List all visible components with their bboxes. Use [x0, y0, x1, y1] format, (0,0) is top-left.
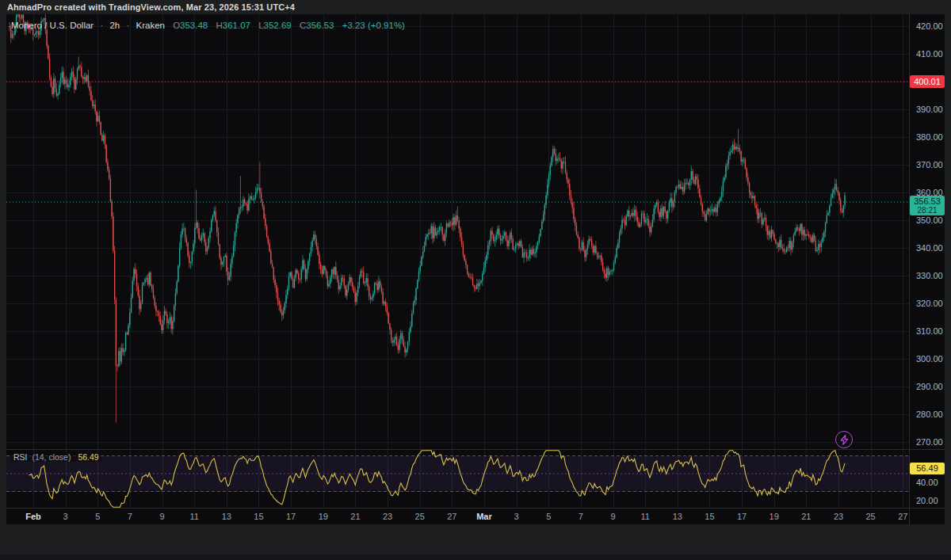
time-tick-label: 27: [447, 512, 456, 521]
quick-alert-button[interactable]: [835, 431, 853, 448]
open-value: 353.48: [180, 21, 208, 30]
rsi-axis-value-label: 56.49: [910, 463, 945, 474]
rsi-name: RSI: [13, 452, 28, 462]
price-tick-label: 330.00: [916, 271, 943, 280]
time-tick-label: Mar: [476, 512, 492, 521]
time-tick-label: 9: [159, 512, 164, 521]
time-tick-label: 23: [383, 512, 392, 521]
time-tick-label: 15: [705, 512, 714, 521]
time-tick-label: 5: [546, 512, 551, 521]
symbol-legend[interactable]: Monero / U.S. Dollar · 2h · Kraken O353.…: [11, 21, 405, 30]
time-tick-label: 27: [898, 512, 907, 521]
lightning-icon: [840, 435, 849, 445]
bottom-strip: [0, 554, 951, 560]
price-scale[interactable]: 400.01 356.53 28:21 56.49 420.00410.0039…: [910, 14, 945, 508]
price-tick-label: 320.00: [916, 299, 943, 308]
time-tick-label: 23: [834, 512, 843, 521]
chart-widget: Monero / U.S. Dollar · 2h · Kraken O353.…: [6, 14, 945, 524]
price-tick-label: 370.00: [916, 160, 943, 170]
time-tick-label: 5: [95, 512, 100, 521]
symbol-title: Monero / U.S. Dollar: [11, 21, 94, 30]
time-tick-label: Feb: [25, 512, 41, 521]
time-tick-label: 13: [673, 512, 682, 521]
price-tick-label: 410.00: [916, 49, 943, 59]
last-price-value: 356.53: [910, 196, 945, 206]
high-label: H: [216, 21, 222, 30]
chart-canvas[interactable]: [6, 14, 945, 524]
price-tick-label: 420.00: [916, 21, 943, 31]
interval-value: 2h: [109, 21, 120, 30]
bar-countdown: 28:21: [910, 206, 945, 215]
low-value: 352.69: [264, 21, 292, 30]
time-tick-label: 11: [640, 512, 649, 521]
time-tick-label: 21: [801, 512, 811, 521]
time-tick-label: 3: [514, 512, 519, 521]
price-tick-label: 340.00: [916, 243, 943, 253]
price-tick-label: 380.00: [916, 132, 943, 142]
price-tick-label: 300.00: [916, 354, 943, 364]
price-tick-label: 310.00: [916, 326, 943, 336]
change-value: +3.23 (+0.91%): [342, 21, 405, 30]
time-tick-label: 19: [770, 512, 779, 521]
time-tick-label: 19: [319, 512, 328, 521]
rsi-params: (14, close): [32, 452, 71, 462]
time-tick-label: 25: [415, 512, 425, 521]
alert-price-label: 400.01: [910, 75, 945, 88]
price-tick-label: 390.00: [916, 105, 943, 114]
time-tick-label: 7: [579, 512, 583, 521]
exchange-value: Kraken: [136, 21, 164, 30]
last-price-label: 356.53 28:21: [910, 196, 945, 215]
time-tick-label: 17: [286, 512, 296, 521]
legend-separator: ·: [100, 21, 103, 30]
legend-separator2: ·: [126, 21, 129, 30]
watermark-text: AhmadPro created with TradingView.com, M…: [7, 2, 295, 12]
price-tick-label: 280.00: [916, 410, 943, 419]
time-tick-label: 21: [350, 512, 360, 521]
time-scale[interactable]: Feb3579111315171921232527Mar357911131517…: [6, 508, 909, 524]
rsi-tick-label: 40.00: [916, 478, 938, 487]
time-tick-label: 17: [737, 512, 747, 521]
price-tick-label: 350.00: [916, 215, 943, 225]
time-tick-label: 15: [254, 512, 263, 521]
high-value: 361.07: [223, 21, 250, 30]
price-tick-label: 270.00: [916, 437, 943, 447]
time-tick-label: 9: [610, 512, 615, 521]
watermark-bar: AhmadPro created with TradingView.com, M…: [0, 0, 951, 14]
time-tick-label: 7: [128, 512, 132, 521]
rsi-current-value: 56.49: [78, 452, 98, 462]
time-tick-label: 25: [866, 512, 876, 521]
price-tick-label: 290.00: [916, 382, 943, 391]
time-tick-label: 13: [222, 512, 231, 521]
close-value: 356.53: [306, 21, 334, 30]
rsi-tick-label: 20.00: [916, 496, 938, 505]
time-tick-label: 11: [189, 512, 198, 521]
rsi-indicator-legend[interactable]: RSI (14, close) 56.49: [11, 452, 101, 462]
open-label: O: [173, 21, 180, 30]
tradingview-window: AhmadPro created with TradingView.com, M…: [0, 0, 951, 560]
time-tick-label: 3: [63, 512, 68, 521]
